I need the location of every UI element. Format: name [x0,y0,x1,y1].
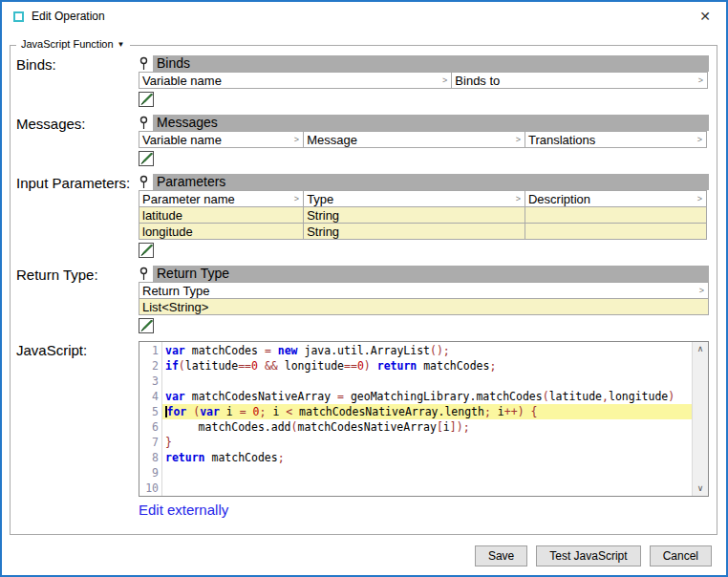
code-area[interactable]: var matchCodes = new java.util.ArrayList… [162,342,692,496]
column-header-description[interactable]: Description> [525,190,707,207]
code-token: ; [489,359,496,373]
column-header-label: Type [307,192,333,206]
table-row[interactable]: List<String> [139,298,709,315]
table-header-bar-parameters: Parameters [153,174,709,190]
code-token: matchCodesNativeArray [185,390,337,403]
code-token: ) [518,405,525,418]
column-header-label: Binds to [455,74,500,88]
cancel-button[interactable]: Cancel [650,545,712,566]
section-binds: Binds:BindsVariable name>Binds to> [16,55,709,107]
cell-type-string[interactable]: String [303,223,525,240]
cell-value: longitude [142,224,193,239]
code-token: longitude [609,390,668,403]
code-token: geoMatchingLibrary.matchCodes [344,390,543,403]
code-token: if [165,359,179,373]
table-header-return-type: Return Type [139,266,709,282]
code-line-3[interactable] [162,374,692,389]
code-token: ( [179,359,185,373]
code-token: return [377,359,418,373]
code-token: latitude [549,390,602,403]
edit-pencil-icon[interactable] [139,92,154,107]
column-header-label: Variable name [142,133,222,147]
cell-return-type-list-string[interactable]: List<String> [139,298,709,315]
section-label-javascript: JavaScript: [16,341,139,518]
edit-pencil-icon[interactable] [139,243,154,258]
code-line-5[interactable]: for (var i = 0; i < matchCodesNativeArra… [162,404,692,419]
code-line-2[interactable]: if(latitude==0 && longitude==0) return m… [162,358,692,374]
line-number: 10 [139,481,159,496]
section-content-binds: BindsVariable name>Binds to> [139,55,709,107]
close-icon[interactable]: ✕ [692,5,718,28]
code-token: ; [278,451,285,464]
cell-description[interactable] [525,206,707,224]
section-content-javascript: 12345678910 var matchCodes = new java.ut… [139,341,709,518]
code-token [258,359,265,373]
edit-pencil-icon[interactable] [139,318,154,333]
column-header-translations[interactable]: Translations> [525,131,707,148]
code-token: for [167,405,187,418]
edit-pencil-icon[interactable] [139,151,154,166]
code-line-1[interactable]: var matchCodes = new java.util.ArrayList… [162,343,692,358]
column-header-message[interactable]: Message> [303,131,525,148]
column-header-variable-name[interactable]: Variable name> [139,72,452,89]
column-header-binds-to[interactable]: Binds to> [451,72,708,89]
table-header-bar-return-type: Return Type [153,266,709,282]
code-line-7[interactable]: } [162,435,692,450]
code-token [246,405,253,418]
titlebar[interactable]: Edit Operation ✕ [2,2,726,31]
chevron-down-icon[interactable]: ∨ [697,484,704,493]
code-line-9[interactable] [162,465,692,481]
javascript-code-editor[interactable]: 12345678910 var matchCodes = new java.ut… [139,341,709,497]
code-token: matchCodesNativeArray [298,420,437,434]
test-javascript-button[interactable]: Test JavaScript [536,545,640,566]
column-header-parameter-name[interactable]: Parameter name> [139,190,304,207]
code-line-4[interactable]: var matchCodesNativeArray = geoMatchingL… [162,389,692,404]
edit-externally-link[interactable]: Edit externally [139,502,228,518]
cell-description[interactable] [525,223,707,240]
line-number: 8 [139,450,159,465]
section-javascript: JavaScript: 12345678910 var matchCodes =… [16,341,709,518]
cell-value: String [307,224,339,239]
column-header-variable-name[interactable]: Variable name> [139,131,304,148]
chevron-right-icon: > [294,194,300,203]
code-token: = [337,390,344,403]
dialog-button-row: SaveTest JavaScriptCancel [475,545,712,566]
code-token: matchCodes [185,344,265,357]
column-header-return-type[interactable]: Return Type> [139,282,709,299]
line-number-gutter: 12345678910 [139,342,162,496]
code-token: , [602,390,609,403]
table-header-label: Return Type [157,266,229,281]
code-token: i [220,405,240,418]
column-header-row: Variable name>Message>Translations> [139,131,709,148]
code-token: 0 [357,359,364,373]
cell-type-string[interactable]: String [303,206,525,224]
code-token: 0 [253,405,260,418]
table-row[interactable]: latitudeString [139,206,709,224]
line-number: 3 [139,374,159,389]
groupbox-collapse-toggle[interactable]: JavaScript Function ▼ [16,38,130,50]
chevron-up-icon[interactable]: ∧ [697,345,704,353]
code-token: } [165,436,172,449]
table-row[interactable]: longitudeString [139,223,709,240]
code-token: return [165,451,205,464]
column-header-type[interactable]: Type> [303,190,525,207]
cell-parameter-name-latitude[interactable]: latitude [139,206,304,224]
column-header-row: Variable name>Binds to> [139,72,709,89]
code-line-10[interactable] [162,481,692,496]
save-button[interactable]: Save [475,545,527,566]
chevron-down-icon: ▼ [118,40,125,49]
code-line-8[interactable]: return matchCodes; [162,450,692,465]
code-token: i [443,420,450,434]
code-line-6[interactable]: matchCodes.add(matchCodesNativeArray[i])… [162,419,692,435]
chevron-right-icon: > [699,286,705,295]
column-header-row: Parameter name>Type>Description> [139,190,709,207]
code-token: var [165,390,185,403]
table-header-binds: Binds [139,55,709,72]
code-token: ( [291,420,298,434]
groupbox-label: JavaScript Function [21,38,114,50]
code-token: i [491,405,504,418]
cell-parameter-name-longitude[interactable]: longitude [139,223,304,240]
chevron-right-icon: > [516,135,522,144]
code-token: && [265,359,278,373]
editor-vertical-scrollbar[interactable]: ∧ ∨ [692,342,708,496]
